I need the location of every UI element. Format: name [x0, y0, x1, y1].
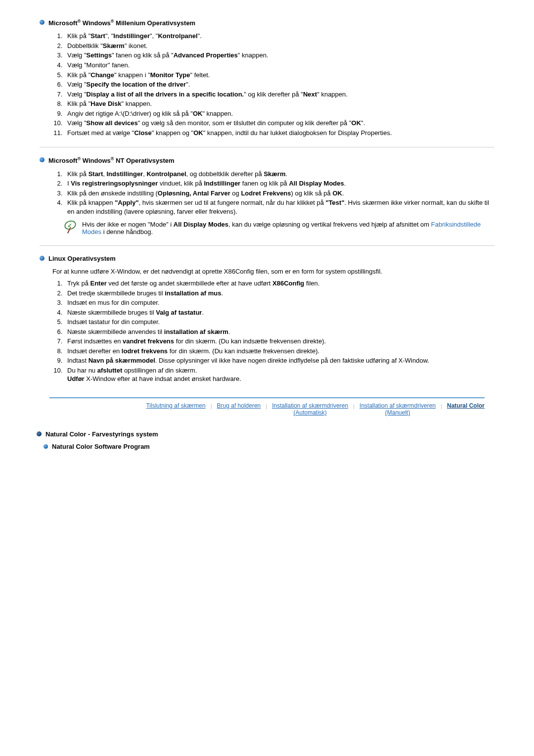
list-item: Fortsæt med at vælge "Close" knappen og … [64, 129, 494, 138]
list-item: Angiv det rigtige A:\(D:\driver) og klik… [64, 109, 494, 118]
heading-millenium: Microsoft® Windows® Millenium Operativsy… [40, 19, 494, 27]
subheading-ncs-program: Natural Color Software Program [44, 443, 494, 450]
list-item: Vælg "Monitor" fanen. [64, 61, 494, 70]
steps-nt: Klik på Start, Indstillinger, Kontrolpan… [50, 170, 494, 216]
bullet-icon [44, 444, 48, 449]
steps-millenium: Klik på "Start", "Indstillinger", "Kontr… [50, 32, 494, 137]
list-item: Tryk på Enter ved det første og andet sk… [64, 279, 494, 288]
heading-text: Microsoft® Windows® NT Operativsystem [48, 156, 175, 164]
footer-link[interactable]: Installation af skærmdriveren(Manuelt) [359, 402, 436, 417]
list-item: Klik på den ønskede indstilling (Opløsni… [64, 189, 494, 198]
bullet-icon [40, 157, 44, 162]
list-item: Klik på "Change" knappen i "Monitor Type… [64, 71, 494, 80]
list-item: Indsæt en mus for din computer. [64, 298, 494, 307]
list-item: Først indsættes en vandret frekvens for … [64, 337, 494, 346]
heading-natural-color: Natural Color - Farvestyrings system [37, 430, 494, 438]
list-item: Indsæt tastatur for din computer. [64, 318, 494, 327]
list-item: Næste skærmbillede bruges til Valg af ta… [64, 308, 494, 317]
linux-intro: For at kunne udføre X-Window, er det nød… [52, 267, 494, 276]
list-item: Klik på knappen "Apply", hvis skærmen se… [64, 198, 494, 216]
list-item: Klik på "Have Disk" knappen. [64, 99, 494, 108]
list-item: Klik på "Start", "Indstillinger", "Kontr… [64, 32, 494, 41]
list-item: Dobbeltklik "Skærm" ikonet. [64, 42, 494, 50]
note-row: ✓ Hvis der ikke er nogen "Mode" i All Di… [63, 221, 494, 236]
footer-nav: Tilslutning af skærmen|Brug af holderen|… [49, 397, 485, 417]
list-item: Vælg "Display a list of all the drivers … [64, 90, 494, 99]
list-item: I Vis registreringsoplysninger vinduet, … [64, 179, 494, 188]
list-item: Det tredje skærmbillede bruges til insta… [64, 289, 494, 298]
list-item: Vælg "Show all devices" og vælg så den m… [64, 119, 494, 128]
note-text: Hvis der ikke er nogen "Mode" i All Disp… [82, 221, 494, 236]
footer-separator: | [211, 403, 212, 409]
divider [40, 147, 494, 147]
bullet-icon [40, 20, 44, 25]
list-item: Vælg "Settings" fanen og klik så på "Adv… [64, 51, 494, 60]
heading-linux: Linux Operativsystem [40, 255, 494, 262]
list-item: Indsæt derefter en lodret frekvens for d… [64, 347, 494, 356]
footer-link[interactable]: Installation af skærmdriveren(Automatisk… [272, 402, 348, 417]
list-item: Du har nu afsluttet opstillingen af din … [64, 366, 494, 383]
footer-separator: | [353, 403, 355, 409]
footer-separator: | [441, 403, 442, 409]
footer-link[interactable]: Brug af holderen [217, 402, 261, 409]
footer-link[interactable]: Tilslutning af skærmen [146, 402, 205, 409]
heading-nt: Microsoft® Windows® NT Operativsystem [40, 156, 494, 164]
list-item: Indtast Navn på skærmmodel. Disse oplysn… [64, 356, 494, 365]
list-item: Vælg "Specify the location of the driver… [64, 80, 494, 89]
heading-text: Linux Operativsystem [48, 255, 116, 262]
heading-text: Natural Color - Farvestyrings system [45, 430, 158, 438]
heading-text: Microsoft® Windows® Millenium Operativsy… [48, 19, 195, 27]
divider [40, 245, 494, 246]
footer-link[interactable]: Natural Color [447, 402, 485, 409]
list-item: Næste skærmbillede anvendes til installa… [64, 328, 494, 336]
thumbtack-icon: ✓ [63, 221, 76, 234]
bullet-icon [37, 431, 42, 436]
list-item: Klik på Start, Indstillinger, Kontrolpan… [64, 170, 494, 179]
steps-linux: Tryk på Enter ved det første og andet sk… [50, 279, 494, 383]
subheading-text: Natural Color Software Program [52, 443, 150, 450]
footer-separator: | [266, 403, 267, 409]
bullet-icon [40, 256, 44, 261]
